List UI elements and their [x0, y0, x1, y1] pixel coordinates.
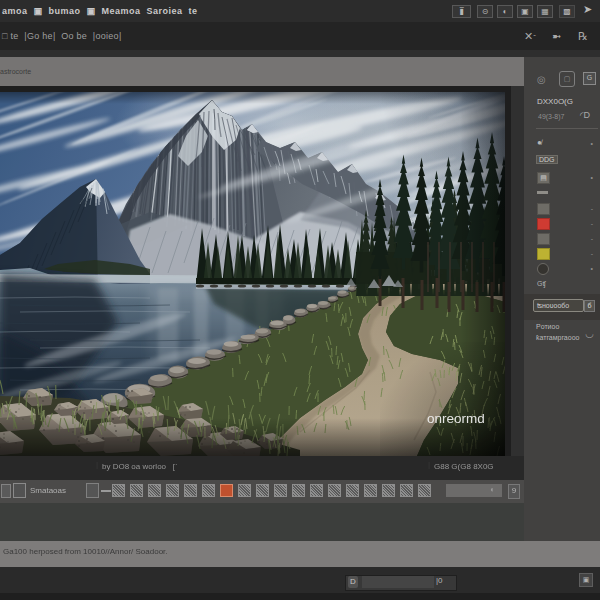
- svg-text:onreormd: onreormd: [427, 411, 485, 426]
